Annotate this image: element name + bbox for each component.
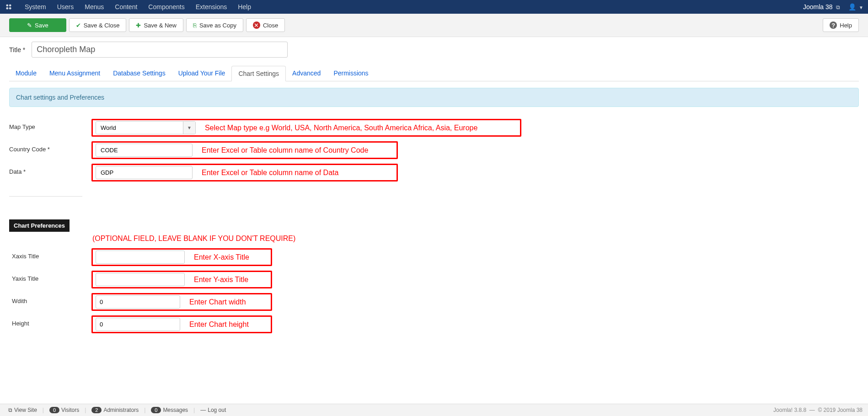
edit-icon: ✎ bbox=[27, 22, 32, 29]
tab-permissions[interactable]: Permissions bbox=[327, 66, 375, 81]
map-type-label: Map Type bbox=[9, 119, 91, 130]
joomla-logo-icon[interactable] bbox=[5, 3, 13, 11]
save-copy-button[interactable]: ⎘ Save as Copy bbox=[186, 18, 243, 32]
yaxis-annotation: Enter Y-axis Title bbox=[194, 276, 248, 284]
height-input[interactable] bbox=[96, 318, 180, 331]
svg-point-0 bbox=[6, 4, 8, 6]
country-code-label: Country Code * bbox=[9, 141, 91, 153]
tab-chart-settings[interactable]: Chart Settings bbox=[231, 66, 286, 81]
save-new-button[interactable]: ✚ Save & New bbox=[129, 18, 183, 32]
external-link-icon: ⧉ bbox=[836, 4, 840, 11]
copy-icon: ⎘ bbox=[193, 22, 197, 29]
section-divider bbox=[9, 196, 82, 197]
svg-point-2 bbox=[6, 7, 8, 10]
svg-point-3 bbox=[9, 7, 11, 10]
nav-users[interactable]: Users bbox=[52, 3, 80, 11]
check-icon: ✔ bbox=[76, 22, 81, 29]
tab-module[interactable]: Module bbox=[9, 66, 43, 81]
plus-icon: ✚ bbox=[136, 22, 141, 29]
title-label: Title * bbox=[9, 46, 25, 53]
nav-content[interactable]: Content bbox=[109, 3, 143, 11]
form-row-width: Wdith Enter Chart width bbox=[9, 292, 859, 312]
form-row-xaxis: Xaxis Title Enter X-axis Title bbox=[9, 247, 859, 267]
nav-help[interactable]: Help bbox=[232, 3, 257, 11]
country-code-annotation: Enter Excel or Table column name of Coun… bbox=[202, 146, 368, 155]
map-type-annotation: Select Map type e.g World, USA, North Am… bbox=[205, 124, 477, 132]
save-close-button[interactable]: ✔ Save & Close bbox=[69, 18, 127, 32]
save-button[interactable]: ✎ Save bbox=[9, 18, 66, 32]
tab-menu-assignment[interactable]: Menu Assignment bbox=[43, 66, 107, 81]
close-label: Close bbox=[263, 22, 278, 29]
chevron-down-icon[interactable]: ▼ bbox=[183, 122, 195, 134]
top-navbar: System Users Menus Content Components Ex… bbox=[0, 0, 868, 14]
optional-note: (OPTIONAL FIELD, LEAVE BLANK IF YOU DON'… bbox=[92, 235, 859, 243]
xaxis-annotation: Enter X-axis Title bbox=[194, 253, 249, 261]
height-annotation: Enter Chart height bbox=[189, 320, 249, 329]
nav-menus[interactable]: Menus bbox=[79, 3, 109, 11]
close-button[interactable]: ✕ Close bbox=[246, 18, 285, 32]
tabs: Module Menu Assignment Database Settings… bbox=[9, 66, 859, 81]
nav-extensions[interactable]: Extensions bbox=[190, 3, 232, 11]
map-type-input[interactable] bbox=[96, 122, 183, 134]
user-menu[interactable]: 👤 ▼ bbox=[845, 3, 863, 11]
help-button[interactable]: ? Help bbox=[823, 18, 859, 32]
title-input[interactable] bbox=[32, 42, 288, 58]
alert-panel: Chart settings and Preferences bbox=[9, 88, 859, 107]
yaxis-label: Yaxis Title bbox=[9, 271, 91, 282]
toolbar-right: ? Help bbox=[823, 18, 859, 32]
help-label: Help bbox=[840, 22, 852, 29]
data-annotation: Enter Excel or Table column name of Data bbox=[202, 169, 338, 177]
map-type-select[interactable]: ▼ bbox=[96, 121, 196, 134]
yaxis-input[interactable] bbox=[96, 273, 185, 286]
navbar-right: Joomla 38 ⧉ 👤 ▼ bbox=[803, 3, 863, 11]
form-row-country-code: Country Code * Enter Excel or Table colu… bbox=[9, 140, 859, 160]
form-row-height: Height Enter Chart height bbox=[9, 315, 859, 334]
user-icon: 👤 bbox=[848, 3, 856, 11]
save-label: Save bbox=[35, 22, 48, 29]
form-row-data: Data * Enter Excel or Table column name … bbox=[9, 163, 859, 182]
help-icon: ? bbox=[830, 21, 837, 29]
save-new-label: Save & New bbox=[144, 22, 177, 29]
country-code-input[interactable] bbox=[96, 144, 193, 157]
nav-system[interactable]: System bbox=[19, 3, 52, 11]
data-label: Data * bbox=[9, 164, 91, 175]
data-input[interactable] bbox=[96, 166, 193, 179]
save-close-label: Save & Close bbox=[84, 22, 120, 29]
title-row: Title * bbox=[9, 42, 859, 58]
xaxis-input[interactable] bbox=[96, 251, 185, 264]
xaxis-label: Xaxis Title bbox=[9, 248, 91, 260]
form-row-yaxis: Yaxis Title Enter Y-axis Title bbox=[9, 270, 859, 289]
width-annotation: Enter Chart width bbox=[189, 298, 246, 306]
tab-upload-file[interactable]: Upload Your File bbox=[172, 66, 232, 81]
save-copy-label: Save as Copy bbox=[199, 22, 236, 29]
site-name-text: Joomla 38 bbox=[803, 3, 833, 11]
nav-components[interactable]: Components bbox=[143, 3, 190, 11]
svg-point-1 bbox=[9, 4, 11, 6]
site-name-link[interactable]: Joomla 38 ⧉ bbox=[803, 3, 840, 11]
chart-preferences-heading: Chart Preferences bbox=[9, 219, 70, 232]
chevron-down-icon: ▼ bbox=[859, 5, 863, 10]
toolbar-left: ✎ Save ✔ Save & Close ✚ Save & New ⎘ Sav… bbox=[9, 18, 285, 32]
width-input[interactable] bbox=[96, 295, 180, 309]
toolbar: ✎ Save ✔ Save & Close ✚ Save & New ⎘ Sav… bbox=[0, 14, 868, 37]
height-label: Height bbox=[9, 315, 91, 327]
width-label: Wdith bbox=[9, 293, 91, 304]
navbar-left: System Users Menus Content Components Ex… bbox=[5, 3, 257, 11]
tab-advanced[interactable]: Advanced bbox=[286, 66, 327, 81]
tab-database-settings[interactable]: Database Settings bbox=[107, 66, 171, 81]
close-icon: ✕ bbox=[253, 21, 260, 29]
form-row-map-type: Map Type ▼ Select Map type e.g World, US… bbox=[9, 118, 859, 138]
content-area: Title * Module Menu Assignment Database … bbox=[0, 37, 868, 341]
